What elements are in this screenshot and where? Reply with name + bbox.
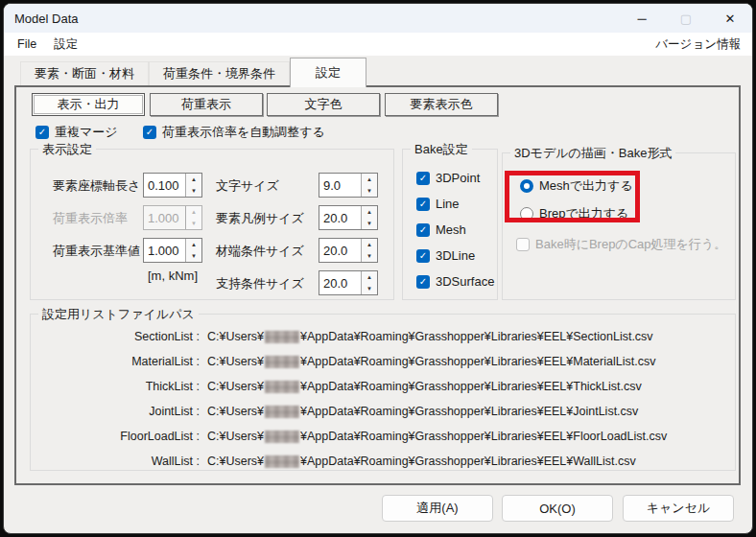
field-label: 要素座標軸長さ: [53, 177, 140, 195]
close-button[interactable]: ✕: [708, 4, 752, 33]
ok-button[interactable]: OK(O): [502, 495, 613, 522]
path-value: C:¥Users¥¥AppData¥Roaming¥Grasshopper¥Li…: [207, 455, 636, 468]
field-label: 文字サイズ: [216, 177, 279, 195]
spin-down-icon[interactable]: ▼: [362, 283, 377, 294]
path-value: C:¥Users¥¥AppData¥Roaming¥Grasshopper¥Li…: [207, 355, 655, 368]
load-display-scale-input: 1.000 ▲ ▼: [143, 205, 202, 230]
spin-up-icon[interactable]: ▲: [362, 174, 377, 185]
spin-up-icon[interactable]: ▲: [186, 239, 201, 250]
path-row-floorloadlist: FloorLoadList : C:¥Users¥¥AppData¥Roamin…: [42, 430, 667, 443]
field-label: 材端条件サイズ: [216, 243, 304, 260]
field-label: 支持条件サイズ: [216, 275, 304, 292]
spin-down-icon[interactable]: ▼: [362, 185, 377, 197]
spinner-buttons: ▲ ▼: [185, 174, 201, 197]
spinner-buttons: ▲ ▼: [361, 239, 377, 262]
redacted-username: [265, 381, 299, 393]
apply-button[interactable]: 適用(A): [382, 495, 493, 522]
element-legend-size-input[interactable]: 20.0 ▲ ▼: [319, 205, 378, 230]
spinner-buttons: ▲ ▼: [361, 271, 377, 294]
subtab-load-display[interactable]: 荷重表示: [150, 93, 263, 116]
checkbox-label: 荷重表示倍率を自動調整する: [162, 124, 325, 141]
checkbox-line[interactable]: ✓ Line: [416, 197, 460, 211]
window-title: Model Data: [4, 12, 78, 26]
display-settings-group: 表示設定 要素座標軸長さ 0.100 ▲ ▼ 荷重表示倍率 1.000 ▲ ▼: [30, 149, 394, 300]
path-label: FloorLoadList :: [42, 430, 200, 443]
menu-version-info[interactable]: バージョン情報: [647, 33, 752, 56]
settings-tab-page: 表示・出力 荷重表示 文字色 要素表示色 ✓ 重複マージ ✓ 荷重表示倍率を自動…: [14, 85, 741, 485]
element-axis-length-input[interactable]: 0.100 ▲ ▼: [143, 173, 202, 198]
spin-up-icon[interactable]: ▲: [362, 206, 377, 218]
close-icon: ✕: [725, 12, 736, 26]
checkbox-brep-cap-processing: Bake時にBrepのCap処理を行う。: [516, 236, 726, 253]
path-label: MaterialList :: [42, 355, 200, 368]
model-data-window: Model Data ─ ▢ ✕ File 設定 バージョン情報 要素・断面・材…: [3, 3, 753, 534]
support-condition-size-input[interactable]: 20.0 ▲ ▼: [319, 270, 378, 295]
checkbox-3dpoint[interactable]: ✓ 3DPoint: [416, 171, 480, 185]
checkbox-checked-icon: ✓: [416, 223, 430, 237]
checkbox-label: 3DLine: [436, 248, 475, 263]
path-label: ThickList :: [42, 380, 200, 393]
checkbox-3dsurface[interactable]: ✓ 3DSurface: [416, 274, 494, 289]
spin-up-icon[interactable]: ▲: [186, 174, 201, 185]
checkbox-checked-icon: ✓: [416, 172, 430, 185]
maximize-button: ▢: [664, 4, 708, 33]
checkbox-duplicate-merge[interactable]: ✓ 重複マージ: [35, 124, 118, 141]
redacted-username: [265, 406, 299, 418]
redacted-username: [265, 356, 299, 368]
path-value: C:¥Users¥¥AppData¥Roaming¥Grasshopper¥Li…: [207, 380, 642, 393]
spin-down-icon: ▼: [186, 218, 201, 229]
checkbox-3dline[interactable]: ✓ 3DLine: [416, 248, 475, 263]
maximize-icon: ▢: [680, 12, 692, 26]
spinner-buttons: ▲ ▼: [185, 239, 201, 262]
member-end-condition-size-input[interactable]: 20.0 ▲ ▼: [319, 238, 378, 263]
spin-up-icon: ▲: [186, 206, 201, 218]
path-label: JointList :: [42, 405, 200, 418]
path-row-thicklist: ThickList : C:¥Users¥¥AppData¥Roaming¥Gr…: [42, 380, 642, 393]
spin-down-icon[interactable]: ▼: [362, 218, 377, 229]
group-title: Bake設定: [411, 141, 472, 158]
tab-element-section-material[interactable]: 要素・断面・材料: [20, 61, 149, 85]
tab-load-boundary-conditions[interactable]: 荷重条件・境界条件: [149, 61, 290, 85]
spin-down-icon[interactable]: ▼: [186, 250, 201, 262]
subtab-display-output[interactable]: 表示・出力: [32, 93, 145, 116]
group-title: 3Dモデルの描画・Bake形式: [510, 145, 675, 162]
list-file-path-group: 設定用リストファイルパス SectionList : C:¥Users¥¥App…: [30, 314, 736, 471]
path-label: SectionList :: [42, 330, 200, 343]
load-display-base-value-input[interactable]: 1.000 ▲ ▼: [143, 238, 202, 263]
menu-file[interactable]: File: [4, 33, 45, 56]
minimize-button[interactable]: ─: [620, 4, 664, 33]
subtab-text-color[interactable]: 文字色: [267, 93, 380, 116]
spin-up-icon[interactable]: ▲: [362, 239, 377, 250]
redacted-username: [265, 331, 299, 343]
field-label: 要素凡例サイズ: [216, 210, 304, 227]
text-size-input[interactable]: 9.0 ▲ ▼: [319, 173, 378, 198]
redacted-username: [265, 455, 299, 468]
field-label: 荷重表示基準値: [53, 243, 140, 260]
spin-down-icon[interactable]: ▼: [362, 250, 377, 262]
unit-label: [m, kNm]: [136, 268, 209, 283]
path-value: C:¥Users¥¥AppData¥Roaming¥Grasshopper¥Li…: [207, 405, 638, 418]
path-row-sectionlist: SectionList : C:¥Users¥¥AppData¥Roaming¥…: [42, 330, 653, 343]
checkbox-auto-adjust-load-scale[interactable]: ✓ 荷重表示倍率を自動調整する: [143, 124, 325, 141]
menu-settings[interactable]: 設定: [45, 33, 86, 56]
cancel-button[interactable]: キャンセル: [623, 495, 734, 522]
spin-down-icon[interactable]: ▼: [186, 185, 201, 197]
checkbox-checked-icon: ✓: [35, 126, 49, 139]
path-label: WallList :: [42, 455, 200, 468]
minimize-icon: ─: [637, 12, 646, 26]
subtab-element-color[interactable]: 要素表示色: [385, 93, 498, 116]
group-title: 設定用リストファイルパス: [38, 306, 199, 323]
checkbox-checked-icon: ✓: [416, 198, 430, 211]
tab-settings[interactable]: 設定: [290, 58, 366, 87]
checkbox-mesh[interactable]: ✓ Mesh: [416, 222, 466, 237]
path-value: C:¥Users¥¥AppData¥Roaming¥Grasshopper¥Li…: [207, 330, 653, 343]
bake-settings-group: Bake設定 ✓ 3DPoint ✓ Line ✓ Mesh ✓ 3DLine: [402, 149, 498, 300]
spin-up-icon[interactable]: ▲: [362, 271, 377, 283]
path-row-jointlist: JointList : C:¥Users¥¥AppData¥Roaming¥Gr…: [42, 405, 638, 418]
title-bar: Model Data ─ ▢ ✕: [4, 4, 752, 33]
checkbox-label: 重複マージ: [55, 124, 118, 141]
path-row-materiallist: MaterialList : C:¥Users¥¥AppData¥Roaming…: [42, 355, 655, 368]
spinner-buttons: ▲ ▼: [361, 206, 377, 229]
path-value: C:¥Users¥¥AppData¥Roaming¥Grasshopper¥Li…: [207, 430, 667, 443]
spinner-buttons: ▲ ▼: [361, 174, 377, 197]
